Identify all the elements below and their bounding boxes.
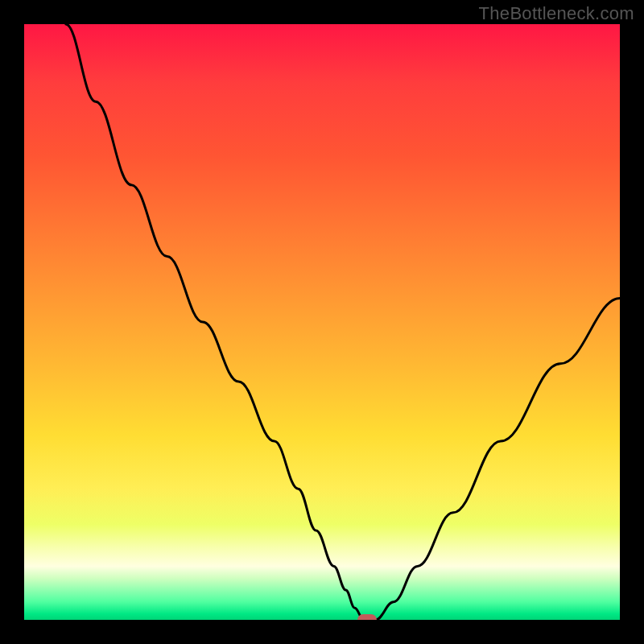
optimum-marker <box>357 614 377 620</box>
bottleneck-curve <box>66 24 620 620</box>
chart-plot-area <box>24 24 620 620</box>
chart-curve-svg <box>24 24 620 620</box>
watermark-text: TheBottleneck.com <box>479 3 634 24</box>
